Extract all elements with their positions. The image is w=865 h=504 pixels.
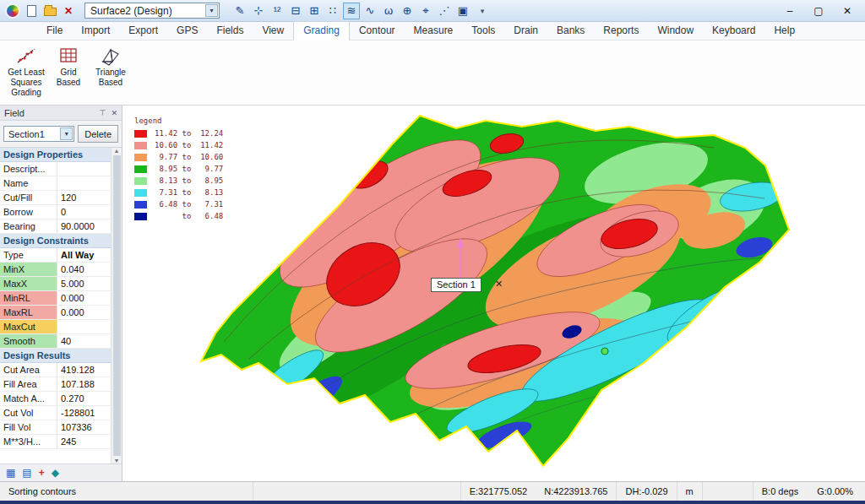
section-selector[interactable]: Section1 ▾ [3, 126, 74, 142]
row-value[interactable]: 5.000 [57, 277, 111, 290]
terrain-map[interactable] [122, 106, 865, 481]
sketch-icon[interactable]: ✎ [231, 3, 248, 19]
mini-marker-icon[interactable]: ◆ [52, 467, 59, 479]
row-borrow[interactable]: Borrow0 [0, 205, 111, 219]
header-design-results[interactable]: Design Results [0, 349, 111, 363]
row-cut-area[interactable]: Cut Area419.128 [0, 363, 111, 377]
menu-item-contour[interactable]: Contour [350, 22, 405, 40]
triangle-based-button[interactable]: Triangle Based [91, 44, 130, 89]
row-value[interactable] [57, 162, 111, 176]
chevron-down-icon[interactable]: ▾ [205, 4, 218, 17]
scroll-down-icon[interactable]: ▼ [114, 458, 120, 463]
row-maxrl[interactable]: MaxRL0.000 [0, 306, 111, 320]
row-value[interactable]: 40 [57, 334, 111, 348]
zoom-in-icon[interactable]: ⊕ [399, 3, 416, 19]
swatch-icon[interactable]: ▣ [454, 3, 471, 19]
row-value[interactable]: 245 [57, 435, 111, 448]
menu-item-window[interactable]: Window [648, 22, 703, 40]
row-m3h[interactable]: M**3/H...245 [0, 435, 111, 449]
menu-item-tools[interactable]: Tools [462, 22, 504, 40]
row-value[interactable]: All Way [57, 248, 111, 262]
menu-item-view[interactable]: View [253, 22, 293, 40]
row-value[interactable]: 120 [57, 191, 111, 204]
panel-close-icon[interactable]: ✕ [111, 109, 117, 117]
menu-item-file[interactable]: File [37, 22, 72, 40]
row-cutfill[interactable]: Cut/Fill120 [0, 191, 111, 205]
row-smooth[interactable]: Smooth40 [0, 334, 111, 349]
menu-item-import[interactable]: Import [72, 22, 119, 40]
menu-item-fields[interactable]: Fields [207, 22, 253, 40]
row-name[interactable]: Name [0, 176, 111, 191]
section-label[interactable]: Section 1 [431, 278, 481, 292]
row-value[interactable]: 90.0000 [57, 219, 111, 233]
row-value[interactable] [57, 320, 111, 333]
grid-scrollbar[interactable]: ▲ ▼ [111, 148, 122, 463]
point-marker[interactable] [601, 348, 608, 355]
row-value[interactable]: 107.188 [57, 377, 111, 391]
slope-dots-icon[interactable]: ⋰ [436, 3, 453, 19]
drawing-canvas[interactable]: legend 11.42 to 12.24 10.60 to 11.42 9.7… [122, 106, 865, 481]
mini-table-icon[interactable]: ▤ [22, 467, 31, 479]
snap-points-icon[interactable]: ⊹ [250, 3, 267, 19]
section-delete-icon[interactable]: ✕ [495, 279, 503, 290]
pin-icon[interactable]: ⊤ [100, 109, 106, 117]
header-design-constraints[interactable]: Design Constraints [0, 234, 111, 248]
menubar: File Import Export GPS Fields View Gradi… [0, 22, 865, 41]
row-value[interactable]: 419.128 [57, 363, 111, 377]
level-icon[interactable]: ⊟ [287, 3, 304, 19]
chevron-down-icon[interactable]: ▾ [60, 127, 73, 140]
row-value[interactable]: 0.040 [57, 263, 111, 276]
delete-button[interactable]: Delete [78, 125, 118, 143]
row-value[interactable]: 0 [57, 205, 111, 219]
menu-item-grading[interactable]: Grading [293, 21, 350, 41]
close-document-icon[interactable]: ✕ [61, 3, 76, 19]
row-bearing[interactable]: Bearing90.0000 [0, 219, 111, 234]
point-numbers-icon[interactable]: ¹² [269, 3, 286, 19]
row-minx[interactable]: MinX0.040 [0, 263, 111, 277]
row-description[interactable]: Descript... [0, 162, 111, 176]
scroll-up-icon[interactable]: ▲ [114, 148, 120, 154]
water-icon[interactable]: ω [380, 3, 397, 19]
row-type[interactable]: TypeAll Way [0, 248, 111, 263]
row-value[interactable] [57, 176, 111, 190]
target-icon[interactable]: ⌖ [417, 3, 434, 19]
row-value[interactable]: 0.270 [57, 392, 111, 405]
menu-item-reports[interactable]: Reports [594, 22, 648, 40]
grid-snap-icon[interactable]: ⊞ [306, 3, 323, 19]
menu-item-export[interactable]: Export [119, 22, 167, 40]
row-value[interactable]: 107336 [57, 420, 111, 434]
row-maxcut[interactable]: MaxCut [0, 320, 111, 334]
grid-based-button[interactable]: Grid Based [49, 44, 88, 89]
row-maxx[interactable]: MaxX5.000 [0, 277, 111, 291]
mini-grid-icon[interactable]: ▦ [6, 467, 15, 479]
row-match-area[interactable]: Match A...0.270 [0, 392, 111, 406]
row-value[interactable]: 0.000 [57, 291, 111, 305]
menu-item-banks[interactable]: Banks [547, 22, 594, 40]
least-squares-grading-button[interactable]: Get Least Squares Grading [7, 44, 46, 99]
close-button[interactable]: ✕ [833, 1, 862, 21]
row-fill-area[interactable]: Fill Area107.188 [0, 377, 111, 392]
row-cut-vol[interactable]: Cut Vol-128801 [0, 406, 111, 420]
row-minrl[interactable]: MinRL0.000 [0, 291, 111, 306]
maximize-button[interactable]: ▢ [804, 1, 833, 21]
menu-item-measure[interactable]: Measure [405, 22, 463, 40]
ribbon-button-label: Get Least [8, 68, 44, 78]
menu-item-help[interactable]: Help [764, 22, 804, 40]
row-value[interactable]: 0.000 [57, 306, 111, 319]
row-value[interactable]: -128801 [57, 406, 111, 420]
menu-item-keyboard[interactable]: Keyboard [703, 22, 764, 40]
header-design-properties[interactable]: Design Properties [0, 148, 111, 162]
new-document-icon[interactable] [24, 3, 39, 19]
wave-icon[interactable]: ∿ [362, 3, 378, 19]
menu-item-drain[interactable]: Drain [504, 22, 547, 40]
scroll-thumb[interactable] [113, 155, 121, 456]
mini-add-point-icon[interactable]: + [39, 467, 45, 479]
surface-selector[interactable]: Surface2 (Design) ▾ [84, 3, 220, 19]
toolbar-overflow-icon[interactable]: ▾ [476, 7, 488, 15]
contours-icon[interactable]: ≋ [343, 3, 360, 19]
open-file-icon[interactable] [42, 3, 57, 19]
minimize-button[interactable]: – [775, 1, 804, 21]
row-fill-vol[interactable]: Fill Vol107336 [0, 420, 111, 435]
scatter-points-icon[interactable]: ∷ [324, 3, 341, 19]
menu-item-gps[interactable]: GPS [167, 22, 207, 40]
